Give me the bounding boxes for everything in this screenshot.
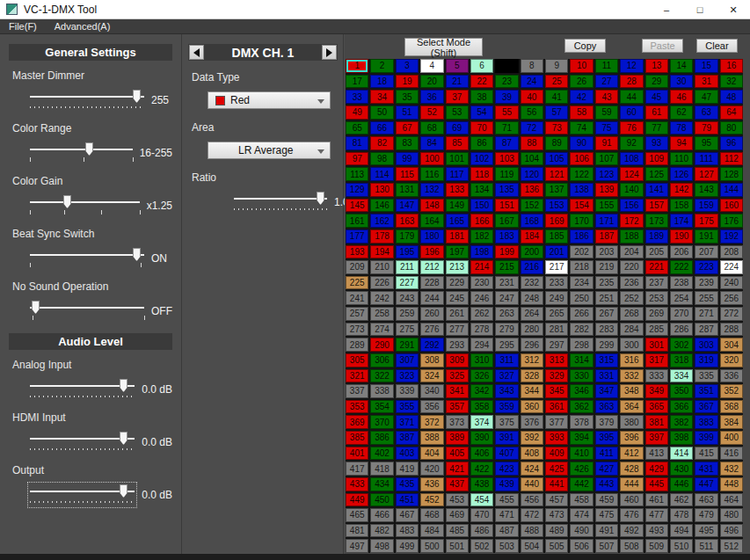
al-output-slider[interactable]: [30, 484, 135, 505]
grid-cell-211[interactable]: 211: [396, 260, 419, 274]
grid-cell-435[interactable]: 435: [396, 477, 419, 491]
grid-cell-341[interactable]: 341: [446, 384, 469, 398]
ratio-thumb[interactable]: [317, 192, 324, 205]
grid-cell-254[interactable]: 254: [670, 291, 693, 305]
grid-cell-125[interactable]: 125: [645, 167, 668, 181]
grid-cell-342[interactable]: 342: [470, 384, 493, 398]
grid-cell-149[interactable]: 149: [446, 199, 469, 213]
grid-cell-156[interactable]: 156: [620, 199, 643, 213]
grid-cell-239[interactable]: 239: [695, 276, 717, 290]
grid-cell-167[interactable]: 167: [495, 214, 518, 228]
grid-cell-69[interactable]: 69: [446, 121, 469, 135]
grid-cell-504[interactable]: 504: [521, 539, 543, 553]
grid-cell-296[interactable]: 296: [521, 338, 543, 352]
grid-cell-436[interactable]: 436: [420, 477, 443, 491]
grid-cell-416[interactable]: 416: [720, 447, 743, 461]
grid-cell-396[interactable]: 396: [620, 431, 643, 445]
grid-cell-231[interactable]: 231: [495, 276, 518, 290]
grid-cell-328[interactable]: 328: [521, 369, 543, 383]
grid-cell-391[interactable]: 391: [495, 431, 518, 445]
grid-cell-115[interactable]: 115: [396, 167, 419, 181]
grid-cell-39[interactable]: 39: [495, 90, 518, 104]
grid-cell-437[interactable]: 437: [446, 477, 469, 491]
grid-cell-392[interactable]: 392: [521, 431, 543, 445]
maximize-button[interactable]: □: [683, 0, 717, 19]
grid-cell-105[interactable]: 105: [545, 152, 568, 166]
grid-cell-215[interactable]: 215: [495, 260, 518, 274]
grid-cell-91[interactable]: 91: [595, 136, 618, 150]
grid-cell-441[interactable]: 441: [545, 477, 568, 491]
grid-cell-234[interactable]: 234: [570, 276, 593, 290]
grid-cell-56[interactable]: 56: [521, 105, 543, 120]
clear-button[interactable]: Clear: [696, 39, 738, 53]
grid-cell-303[interactable]: 303: [695, 338, 717, 352]
grid-cell-45[interactable]: 45: [645, 90, 668, 104]
grid-cell-36[interactable]: 36: [420, 90, 443, 104]
grid-cell-455[interactable]: 455: [495, 493, 518, 507]
grid-cell-51[interactable]: 51: [396, 105, 419, 120]
grid-cell-276[interactable]: 276: [420, 323, 443, 337]
grid-cell-298[interactable]: 298: [570, 338, 593, 352]
grid-cell-390[interactable]: 390: [470, 431, 493, 445]
grid-cell-60[interactable]: 60: [620, 105, 643, 120]
grid-cell-61[interactable]: 61: [645, 105, 668, 120]
grid-cell-95[interactable]: 95: [695, 136, 717, 150]
grid-cell-200[interactable]: 200: [521, 245, 543, 259]
grid-cell-405[interactable]: 405: [446, 447, 469, 461]
grid-cell-368[interactable]: 368: [720, 400, 743, 414]
grid-cell-79[interactable]: 79: [695, 121, 717, 135]
grid-cell-160[interactable]: 160: [720, 199, 743, 213]
al-analog-input-thumb[interactable]: [120, 379, 127, 392]
grid-cell-199[interactable]: 199: [495, 245, 518, 259]
grid-cell-374[interactable]: 374: [470, 415, 493, 429]
grid-cell-425[interactable]: 425: [545, 462, 568, 476]
grid-cell-30[interactable]: 30: [670, 75, 693, 89]
grid-cell-29[interactable]: 29: [645, 75, 668, 89]
grid-cell-395[interactable]: 395: [595, 431, 618, 445]
grid-cell-310[interactable]: 310: [470, 353, 493, 367]
grid-cell-449[interactable]: 449: [346, 493, 368, 507]
grid-cell-81[interactable]: 81: [346, 136, 368, 150]
grid-cell-336[interactable]: 336: [720, 369, 743, 383]
grid-cell-207[interactable]: 207: [695, 245, 717, 259]
grid-cell-401[interactable]: 401: [346, 447, 368, 461]
grid-cell-195[interactable]: 195: [396, 245, 419, 259]
grid-cell-460[interactable]: 460: [620, 493, 643, 507]
grid-cell-63[interactable]: 63: [695, 105, 717, 120]
dmx-prev-channel-button[interactable]: [189, 45, 204, 60]
grid-cell-237[interactable]: 237: [645, 276, 668, 290]
grid-cell-264[interactable]: 264: [521, 307, 543, 321]
grid-cell-35[interactable]: 35: [396, 90, 419, 104]
grid-cell-489[interactable]: 489: [545, 524, 568, 538]
grid-cell-369[interactable]: 369: [346, 415, 368, 429]
grid-cell-283[interactable]: 283: [595, 323, 618, 337]
grid-cell-131[interactable]: 131: [396, 183, 419, 197]
grid-cell-422[interactable]: 422: [470, 462, 493, 476]
grid-cell-191[interactable]: 191: [695, 229, 717, 244]
grid-cell-16[interactable]: 16: [720, 59, 743, 73]
grid-cell-141[interactable]: 141: [645, 183, 668, 197]
grid-cell-273[interactable]: 273: [346, 323, 368, 337]
grid-cell-407[interactable]: 407: [495, 447, 518, 461]
grid-cell-258[interactable]: 258: [370, 307, 393, 321]
grid-cell-351[interactable]: 351: [695, 384, 717, 398]
grid-cell-44[interactable]: 44: [620, 90, 643, 104]
grid-cell-250[interactable]: 250: [570, 291, 593, 305]
grid-cell-18[interactable]: 18: [370, 75, 393, 89]
grid-cell-173[interactable]: 173: [645, 214, 668, 228]
grid-cell-59[interactable]: 59: [595, 105, 618, 120]
grid-cell-399[interactable]: 399: [695, 431, 717, 445]
grid-cell-360[interactable]: 360: [521, 400, 543, 414]
grid-cell-247[interactable]: 247: [495, 291, 518, 305]
grid-cell-482[interactable]: 482: [370, 524, 393, 538]
grid-cell-285[interactable]: 285: [645, 323, 668, 337]
grid-cell-333[interactable]: 333: [645, 369, 668, 383]
grid-cell-406[interactable]: 406: [470, 447, 493, 461]
grid-cell-58[interactable]: 58: [570, 105, 593, 120]
al-hdmi-input-thumb[interactable]: [120, 432, 127, 445]
grid-cell-472[interactable]: 472: [521, 508, 543, 522]
grid-cell-38[interactable]: 38: [470, 90, 493, 104]
grid-cell-185[interactable]: 185: [545, 229, 568, 244]
paste-button[interactable]: Paste: [642, 39, 683, 53]
grid-cell-423[interactable]: 423: [495, 462, 518, 476]
